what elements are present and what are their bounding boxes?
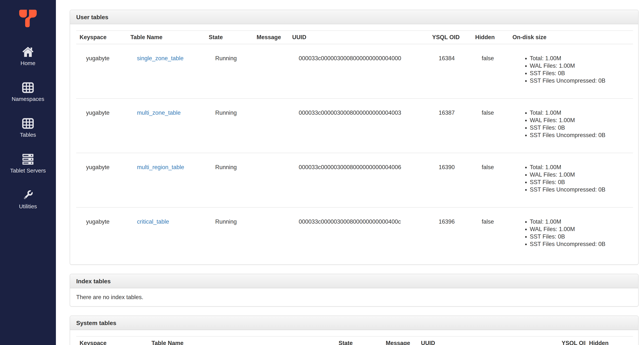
table-name-cell: critical_table bbox=[127, 207, 205, 262]
on-disk-size-cell: Total: 1.00MWAL Files: 1.00MSST Files: 0… bbox=[509, 99, 633, 153]
state-cell: Running bbox=[205, 44, 253, 99]
message-cell bbox=[253, 44, 289, 99]
on-disk-size-item: Total: 1.00M bbox=[530, 109, 630, 117]
column-header-table-name: Table Name bbox=[148, 336, 335, 345]
tablet-servers-icon bbox=[22, 153, 34, 165]
ysql-oid-cell: 16387 bbox=[429, 99, 472, 153]
on-disk-size-item: Total: 1.00M bbox=[530, 55, 630, 62]
hidden-cell: false bbox=[472, 99, 509, 153]
table-name-cell: multi_zone_table bbox=[127, 99, 205, 153]
state-cell: Running bbox=[205, 99, 253, 153]
home-icon bbox=[22, 46, 34, 58]
column-header-keyspace: Keyspace bbox=[76, 336, 148, 345]
table-row: yugabytemulti_zone_tableRunning000033c00… bbox=[76, 99, 633, 153]
state-cell: Running bbox=[205, 153, 253, 207]
column-header-message: Message bbox=[382, 336, 418, 345]
system-tables-panel: System tables KeyspaceTable NameStateMes… bbox=[70, 315, 638, 345]
table-name-link[interactable]: critical_table bbox=[137, 218, 169, 225]
header-row: KeyspaceTable NameStateMessageUUIDYSQL O… bbox=[76, 336, 633, 345]
sidebar-nav: Home Namespaces Tables bbox=[0, 46, 56, 225]
sidebar-item-label: Tables bbox=[20, 131, 36, 139]
on-disk-size-item: SST Files Uncompressed: 0B bbox=[530, 77, 630, 85]
ysql-oid-cell: 16396 bbox=[429, 207, 472, 262]
empty-index-tables-message: There are no index tables. bbox=[76, 293, 632, 301]
index-tables-body: There are no index tables. bbox=[70, 288, 638, 306]
column-header-ysql-oid: YSQL OID bbox=[558, 336, 586, 345]
message-cell bbox=[253, 207, 289, 262]
message-cell bbox=[253, 99, 289, 153]
on-disk-size-list: Total: 1.00MWAL Files: 1.00MSST Files: 0… bbox=[519, 218, 630, 248]
sidebar-item-home[interactable]: Home bbox=[0, 46, 56, 67]
sidebar-item-label: Home bbox=[20, 59, 36, 67]
table-name-cell: multi_region_table bbox=[127, 153, 205, 207]
on-disk-size-cell: Total: 1.00MWAL Files: 1.00MSST Files: 0… bbox=[509, 44, 633, 99]
column-header-state: State bbox=[335, 336, 382, 345]
system-tables-heading: System tables bbox=[70, 316, 638, 330]
header-row: KeyspaceTable NameStateMessageUUIDYSQL O… bbox=[76, 31, 633, 44]
on-disk-size-item: SST Files: 0B bbox=[530, 233, 630, 240]
column-header-uuid: UUID bbox=[289, 31, 429, 44]
column-header-hidden: Hidden bbox=[472, 31, 509, 44]
main-content: User tables KeyspaceTable NameStateMessa… bbox=[56, 0, 644, 345]
on-disk-size-item: SST Files: 0B bbox=[530, 178, 630, 186]
on-disk-size-list: Total: 1.00MWAL Files: 1.00MSST Files: 0… bbox=[519, 55, 630, 85]
sidebar-item-tablet-servers[interactable]: Tablet Servers bbox=[0, 153, 56, 175]
column-header-keyspace: Keyspace bbox=[76, 31, 127, 44]
column-header-hidden: Hidden bbox=[586, 336, 633, 345]
tables-icon bbox=[22, 118, 34, 129]
on-disk-size-item: WAL Files: 1.00M bbox=[530, 62, 630, 70]
utilities-icon bbox=[22, 189, 34, 201]
table-name-link[interactable]: single_zone_table bbox=[137, 55, 184, 62]
table-row: yugabytesingle_zone_tableRunning000033c0… bbox=[76, 44, 633, 99]
on-disk-size-item: SST Files Uncompressed: 0B bbox=[530, 132, 630, 139]
state-cell: Running bbox=[205, 207, 253, 262]
on-disk-size-item: WAL Files: 1.00M bbox=[530, 117, 630, 124]
on-disk-size-item: SST Files Uncompressed: 0B bbox=[530, 186, 630, 193]
keyspace-cell: yugabyte bbox=[76, 99, 127, 153]
column-header-uuid: UUID bbox=[418, 336, 558, 345]
hidden-cell: false bbox=[472, 153, 509, 207]
on-disk-size-item: WAL Files: 1.00M bbox=[530, 171, 630, 178]
sidebar-item-label: Utilities bbox=[19, 203, 37, 210]
uuid-cell: 000033c0000030008000000000004006 bbox=[289, 153, 429, 207]
on-disk-size-item: SST Files: 0B bbox=[530, 70, 630, 77]
system-tables-body: KeyspaceTable NameStateMessageUUIDYSQL O… bbox=[70, 330, 638, 345]
sidebar: Home Namespaces Tables bbox=[0, 0, 56, 345]
sidebar-item-tables[interactable]: Tables bbox=[0, 118, 56, 139]
namespaces-icon bbox=[22, 82, 34, 94]
ysql-oid-cell: 16384 bbox=[429, 44, 472, 99]
uuid-cell: 000033c0000030008000000000004003 bbox=[289, 99, 429, 153]
column-header-on-disk-size: On-disk size bbox=[509, 31, 633, 44]
index-tables-panel: Index tables There are no index tables. bbox=[70, 274, 638, 306]
column-header-table-name: Table Name bbox=[127, 31, 205, 44]
panel-title: User tables bbox=[76, 14, 108, 21]
keyspace-cell: yugabyte bbox=[76, 153, 127, 207]
column-header-message: Message bbox=[253, 31, 289, 44]
table-name-link[interactable]: multi_zone_table bbox=[137, 110, 180, 116]
on-disk-size-item: Total: 1.00M bbox=[530, 218, 630, 225]
table-name-link[interactable]: multi_region_table bbox=[137, 164, 184, 170]
on-disk-size-item: SST Files Uncompressed: 0B bbox=[530, 240, 630, 248]
uuid-cell: 000033c000003000800000000000400c bbox=[289, 207, 429, 262]
table-row: yugabytemulti_region_tableRunning000033c… bbox=[76, 153, 633, 207]
on-disk-size-item: WAL Files: 1.00M bbox=[530, 225, 630, 233]
yugabyte-logo[interactable] bbox=[19, 10, 37, 27]
sidebar-item-utilities[interactable]: Utilities bbox=[0, 189, 56, 210]
sidebar-item-namespaces[interactable]: Namespaces bbox=[0, 82, 56, 103]
hidden-cell: false bbox=[472, 44, 509, 99]
table-row: yugabytecritical_tableRunning000033c0000… bbox=[76, 207, 633, 262]
user-tables-table: KeyspaceTable NameStateMessageUUIDYSQL O… bbox=[76, 31, 633, 262]
sidebar-item-label: Tablet Servers bbox=[10, 167, 46, 175]
system-tables-table: KeyspaceTable NameStateMessageUUIDYSQL O… bbox=[76, 336, 633, 345]
sidebar-item-label: Namespaces bbox=[12, 95, 44, 103]
column-header-state: State bbox=[205, 31, 253, 44]
hidden-cell: false bbox=[472, 207, 509, 262]
ysql-oid-cell: 16390 bbox=[429, 153, 472, 207]
uuid-cell: 000033c0000030008000000000004000 bbox=[289, 44, 429, 99]
keyspace-cell: yugabyte bbox=[76, 207, 127, 262]
panel-title: Index tables bbox=[76, 278, 111, 284]
table-name-cell: single_zone_table bbox=[127, 44, 205, 99]
column-header-ysql-oid: YSQL OID bbox=[429, 31, 472, 44]
user-tables-panel: User tables KeyspaceTable NameStateMessa… bbox=[70, 10, 638, 265]
on-disk-size-cell: Total: 1.00MWAL Files: 1.00MSST Files: 0… bbox=[509, 207, 633, 262]
